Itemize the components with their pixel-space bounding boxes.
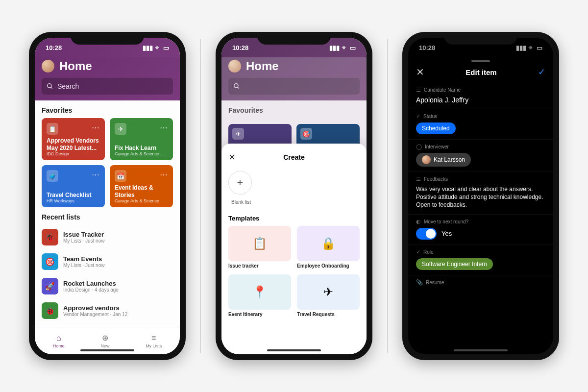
home-indicator[interactable] — [80, 349, 134, 351]
blank-list-label: Blank list — [228, 199, 251, 205]
template-card[interactable]: ✈ Travel Requests — [297, 274, 360, 317]
svg-line-3 — [238, 87, 239, 89]
field-role[interactable]: ✓Role Software Engineer Intern — [408, 245, 553, 275]
user-avatar[interactable] — [228, 60, 241, 73]
user-avatar[interactable] — [42, 60, 54, 73]
svg-point-2 — [234, 84, 238, 88]
status-time: 10:28 — [46, 44, 62, 51]
home-header: Home — [221, 57, 367, 100]
template-thumb: ✈ — [297, 274, 360, 310]
favorites-heading: Favorites — [35, 100, 180, 118]
recent-heading: Recent lists — [35, 207, 180, 225]
favorite-card[interactable]: 🧳⋯ Travel ChecklistHR Workways — [42, 165, 105, 207]
search-input[interactable]: Search — [42, 78, 173, 95]
tab-label: Home — [53, 343, 65, 348]
field-candidate-name[interactable]: ☰Candidate Name Apolonia J. Jeffry — [408, 83, 553, 109]
attachment-icon: 📎 — [416, 279, 423, 286]
field-next-round[interactable]: ◐Move to next round? Yes — [408, 215, 553, 245]
field-feedbacks[interactable]: ☰Feedbacks Was very vocal and clear abou… — [408, 172, 553, 215]
check-circle-icon: ✓ — [416, 113, 420, 120]
phone-frame-2: 10:28 ▮▮▮ ᯤ ▭ Home Favourites ✈ 🎯 — [216, 32, 372, 360]
notch — [444, 32, 517, 45]
field-status[interactable]: ✓Status Scheduled — [408, 109, 553, 140]
favorite-title: Fix Hack Learn — [115, 145, 168, 151]
tab-label: New — [100, 343, 109, 348]
text-icon: ☰ — [416, 87, 421, 93]
recent-item[interactable]: 🐞 Approved vendorsVendor Management · Ja… — [35, 298, 180, 323]
signal-icon: ▮▮▮ — [143, 44, 153, 51]
recent-item[interactable]: 🎯 Team EventsMy Lists · Just now — [35, 249, 180, 274]
bug-icon: 🐞 — [42, 302, 58, 319]
favorite-subtitle: IDC Design — [47, 151, 100, 156]
target-icon: 🎯 — [42, 253, 58, 270]
plane-icon: ✈ — [232, 128, 244, 140]
field-label-text: Role — [423, 249, 434, 255]
field-label-text: Interviewer — [425, 144, 449, 149]
recent-item[interactable]: 🚀 Rocket LaunchesIndia Design · 4 days a… — [35, 274, 180, 298]
more-icon[interactable]: ⋯ — [160, 123, 168, 132]
favorites-heading: Favourites — [221, 100, 367, 118]
status-indicators: ▮▮▮ ᯤ ▭ — [143, 44, 169, 51]
wifi-icon: ᯤ — [528, 44, 535, 51]
plus-icon: + — [237, 176, 244, 189]
page-title: Home — [59, 59, 92, 73]
edit-title: Edit item — [466, 68, 496, 76]
favorite-card[interactable]: 📋⋯ Approved Vendors May 2020 Latest...ID… — [42, 118, 105, 160]
divider — [387, 39, 388, 353]
template-thumb: 📍 — [228, 274, 291, 310]
field-label-text: Resume — [426, 280, 444, 285]
close-icon[interactable]: ✕ — [228, 152, 236, 163]
more-icon[interactable]: ⋯ — [92, 123, 100, 132]
close-icon[interactable]: ✕ — [416, 66, 424, 78]
create-sheet: ✕ Create + Blank list Templates 📋 Issue … — [221, 144, 367, 354]
field-resume[interactable]: 📎Resume — [408, 275, 553, 294]
template-card[interactable]: 🔒 Employee Onboarding — [297, 226, 360, 269]
sheet-title: Create — [283, 153, 305, 161]
calendar-icon: 📅 — [115, 170, 126, 182]
home-header: Home Search — [35, 57, 180, 100]
field-interviewer[interactable]: ◯Interviewer Kat Larsson — [408, 140, 553, 172]
edit-header: ✕ Edit item ✓ — [408, 63, 553, 83]
field-label-text: Candidate Name — [424, 87, 461, 93]
tab-home[interactable]: ⌂Home — [53, 334, 65, 348]
tab-new[interactable]: ⊕New — [100, 333, 109, 348]
clipboard-icon: 📋 — [47, 123, 58, 135]
clipboard-icon: 📋 — [252, 237, 267, 250]
blank-list-button[interactable]: + — [228, 171, 252, 195]
plane-icon: ✈ — [323, 285, 333, 299]
more-icon[interactable]: ⋯ — [160, 170, 168, 179]
more-icon[interactable]: ⋯ — [92, 170, 100, 179]
home-indicator[interactable] — [454, 349, 508, 351]
list-icon: ≡ — [151, 334, 156, 343]
template-label: Issue tracker — [228, 263, 291, 269]
search-icon — [233, 83, 240, 90]
battery-icon: ▭ — [350, 44, 356, 51]
screen-create: 10:28 ▮▮▮ ᯤ ▭ Home Favourites ✈ 🎯 — [221, 38, 367, 354]
favorite-subtitle: Garage Arts & Science — [115, 198, 168, 203]
favorite-subtitle: HR Workways — [47, 198, 100, 203]
status-time: 10:28 — [419, 44, 435, 51]
field-value: Apolonia J. Jeffry — [416, 96, 545, 104]
home-icon: ⌂ — [56, 334, 61, 343]
template-card[interactable]: 📍 Event Itinerary — [228, 274, 291, 317]
home-indicator[interactable] — [267, 349, 321, 351]
favorite-card[interactable]: 📅⋯ Event Ideas & StoriesGarage Arts & Sc… — [110, 165, 173, 207]
favorite-card[interactable]: ✈⋯ Fix Hack LearnGarage Arts & Science..… — [110, 118, 173, 160]
target-icon: 🎯 — [300, 128, 312, 140]
recent-title: Approved vendors — [63, 304, 127, 312]
field-label-text: Feedbacks — [424, 176, 448, 182]
recent-item[interactable]: 🐞 Issue TrackerMy Lists · Just now — [35, 225, 180, 249]
notch — [257, 32, 331, 45]
template-card[interactable]: 📋 Issue tracker — [228, 226, 291, 269]
status-time: 10:28 — [232, 44, 248, 51]
confirm-icon[interactable]: ✓ — [538, 67, 545, 77]
toggle-switch[interactable] — [416, 228, 437, 240]
battery-icon: ▭ — [537, 44, 542, 51]
search-input[interactable] — [228, 78, 360, 95]
templates-grid: 📋 Issue tracker 🔒 Employee Onboarding 📍 … — [228, 226, 360, 317]
recent-title: Issue Tracker — [63, 231, 104, 238]
plus-circle-icon: ⊕ — [102, 333, 108, 343]
tab-mylists[interactable]: ≡My Lists — [146, 334, 162, 348]
drag-handle[interactable] — [471, 60, 490, 62]
template-label: Employee Onboarding — [297, 263, 360, 269]
